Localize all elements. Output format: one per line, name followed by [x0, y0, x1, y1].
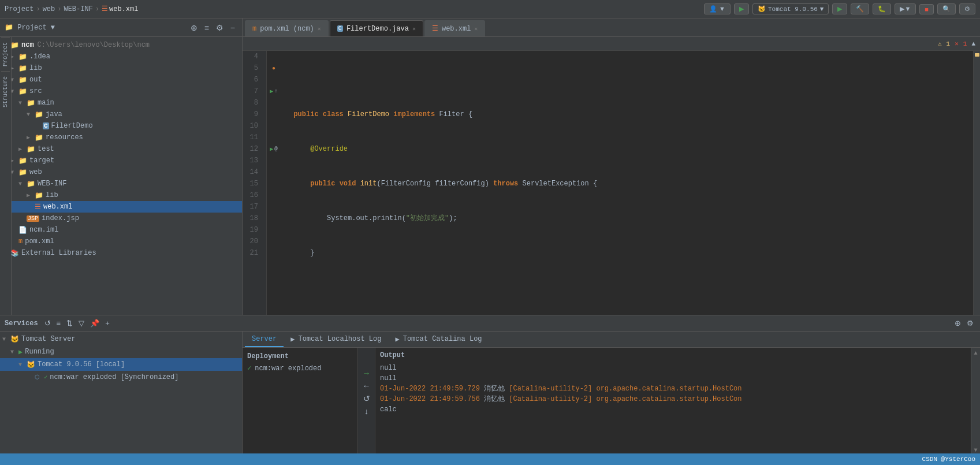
build-button[interactable]: 🔨	[851, 3, 869, 14]
svc-tomcat-instance[interactable]: ▼ 🐱 Tomcat 9.0.56 [local]	[0, 358, 242, 371]
tree-src[interactable]: ▼ 📁 src	[0, 85, 242, 97]
group-button[interactable]: ≡	[55, 318, 63, 328]
tree-ncmiml[interactable]: 📄 ncm.iml	[0, 224, 242, 236]
code-lines[interactable]: public class FilertDemo implements Filte…	[281, 51, 973, 315]
search-button[interactable]: 🔍	[937, 3, 956, 14]
breadcrumb-web[interactable]: web	[43, 5, 55, 13]
tree-java[interactable]: ▼ 📁 java	[0, 109, 242, 120]
sort-button[interactable]: ⇅	[65, 318, 74, 328]
expand-icon[interactable]: ▲	[971, 40, 975, 47]
tomcat-selector[interactable]: 🐱 Tomcat 9.0.56 ▼	[752, 3, 829, 14]
run-button[interactable]: ▶	[832, 3, 847, 14]
tree-resources[interactable]: ▶ 📁 resources	[0, 132, 242, 143]
stop-button[interactable]: ■	[919, 4, 934, 14]
log-line-4: 01-Jun-2022 21:49:59.756 消忆他 [Catalina-u…	[380, 394, 966, 404]
project-tree: ▼ 📁 ncm C:\Users\lenovo\Desktop\ncm ▶ 📁 …	[0, 37, 242, 315]
locate-button[interactable]: ⊕	[188, 22, 200, 34]
label-main: main	[38, 99, 54, 107]
label-src: src	[29, 87, 42, 95]
arrow-tomcat-server: ▼	[2, 336, 10, 343]
tab-webxml[interactable]: ☰ web.xml ✕	[424, 20, 485, 36]
arrow-lib1: ▶	[10, 65, 18, 72]
breadcrumb-ncm[interactable]: Project	[5, 5, 33, 13]
project-label: 📁 Project ▼	[5, 23, 55, 32]
tab-pomxml[interactable]: m pom.xml (ncm) ✕	[245, 20, 329, 36]
svc-running[interactable]: ▼ ▶ Running	[0, 345, 242, 358]
tree-external-libs[interactable]: ▶ 📚 External Libraries	[0, 247, 242, 259]
services-globe-button[interactable]: ⊕	[953, 318, 963, 328]
tree-pomxml[interactable]: m pom.xml	[0, 236, 242, 247]
arrow-down-btn[interactable]: ↓	[364, 407, 368, 416]
warning-icon: ⚠	[938, 40, 942, 47]
tree-filertdemo[interactable]: C FilertDemo	[0, 120, 242, 132]
add-service-button[interactable]: +	[103, 318, 111, 328]
code-area[interactable]: 4 5 6 7 8 9 10 11 12 13 14 15 16 17 18 1…	[243, 51, 980, 315]
tab-filertdemo[interactable]: C FilertDemo.java ✕	[330, 20, 423, 36]
run-gutter-12[interactable]: ▶	[270, 146, 273, 152]
settings-button[interactable]: ⚙	[959, 3, 975, 14]
tree-lib2[interactable]: ▶ 📁 lib	[0, 189, 242, 201]
collapse-button[interactable]: ≡	[202, 22, 211, 34]
svc-ncm-war[interactable]: ⬡ ✓ ncm:war exploded [Synchronized]	[0, 371, 242, 384]
tab-server[interactable]: Server	[245, 332, 284, 347]
pom-tab-close[interactable]: ✕	[318, 25, 321, 32]
iml-icon: 📄	[18, 226, 27, 235]
project-side-tab[interactable]: Project	[1, 37, 10, 71]
label-out: out	[29, 76, 42, 84]
services-tree: ▼ 🐱 Tomcat Server ▼ ▶ Running ▼ 🐱 Tomcat…	[0, 332, 243, 453]
folder-icon-webinf: 📁	[27, 180, 35, 188]
services-gear-button[interactable]: ⚙	[965, 318, 975, 328]
folder-icon-web: 📁	[18, 168, 27, 177]
label-indexjsp: index.jsp	[42, 214, 79, 222]
tree-idea[interactable]: ▶ 📁 .idea	[0, 51, 242, 62]
label-webinf: WEB-INF	[38, 180, 66, 188]
run-green-button[interactable]: ▶	[734, 3, 749, 14]
scroll-up-btn[interactable]: ▲	[974, 350, 977, 356]
deployment-col: Deployment ✓ ncm:war exploded	[243, 348, 358, 453]
arrow-left-btn[interactable]: ←	[363, 381, 371, 390]
gear-button[interactable]: ⚙	[214, 22, 226, 34]
debug-button[interactable]: 🐛	[873, 3, 891, 14]
tree-main[interactable]: ▼ 📁 main	[0, 97, 242, 109]
tree-webxml[interactable]: ☰ web.xml	[0, 201, 242, 213]
pin-button[interactable]: 📌	[88, 318, 101, 328]
java-tab-icon: C	[337, 25, 343, 32]
java-tab-close[interactable]: ✕	[412, 25, 416, 32]
java-tab-label: FilertDemo.java	[346, 25, 409, 33]
svc-tomcat-server[interactable]: ▼ 🐱 Tomcat Server	[0, 333, 242, 345]
minimize-button[interactable]: −	[228, 22, 237, 34]
more-run-button[interactable]: ▶▼	[895, 3, 916, 14]
tree-ncm-root[interactable]: ▼ 📁 ncm C:\Users\lenovo\Desktop\ncm	[0, 39, 242, 51]
scroll-down-btn[interactable]: ▼	[974, 447, 977, 453]
code-line-6: @Override	[285, 143, 968, 155]
output-log[interactable]: Output null null 01-Jun-2022 21:49:59.72…	[375, 348, 971, 453]
tab-tomcat-localhost[interactable]: ▶ Tomcat Localhost Log	[284, 332, 388, 347]
arrow-refresh-btn[interactable]: ↺	[363, 394, 370, 403]
tree-test[interactable]: ▶ 📁 test	[0, 143, 242, 155]
tab-tomcat-catalina[interactable]: ▶ Tomcat Catalina Log	[388, 332, 489, 347]
tree-web[interactable]: ▼ 📁 web	[0, 166, 242, 178]
filter-button[interactable]: ▽	[77, 318, 86, 328]
tree-target[interactable]: ▶ 📁 target	[0, 155, 242, 166]
breakpoint-5[interactable]: ●	[272, 65, 275, 72]
label-ncmiml: ncm.iml	[29, 226, 58, 234]
editor-top-bar: ⚠ 1 ✕ 1 ▲	[243, 37, 980, 51]
code-line-8: System.out.println("初始加完成");	[285, 213, 968, 224]
folder-icon-lib1: 📁	[18, 64, 27, 73]
profile-button[interactable]: 👤 ▼	[704, 3, 731, 14]
top-bar: Project › web › WEB-INF › ☰web.xml 👤 ▼ ▶…	[0, 0, 980, 18]
tree-webinf[interactable]: ▼ 📁 WEB-INF	[0, 178, 242, 189]
tree-lib1[interactable]: ▶ 📁 lib	[0, 62, 242, 74]
tree-indexjsp[interactable]: JSP index.jsp	[0, 213, 242, 224]
breadcrumb-webinf[interactable]: WEB-INF	[64, 5, 92, 13]
arrow-right-btn[interactable]: →	[363, 369, 371, 378]
tomcat-localhost-icon: ▶	[290, 335, 295, 344]
tree-out[interactable]: ▼ 📁 out	[0, 74, 242, 85]
services-title: Services	[5, 319, 38, 328]
xml-tab-close[interactable]: ✕	[474, 25, 478, 32]
structure-side-tab[interactable]: Structure	[1, 71, 10, 112]
run-gutter-7[interactable]: ▶	[270, 88, 273, 95]
refresh-button[interactable]: ↺	[43, 318, 53, 328]
folder-icon-idea: 📁	[18, 53, 27, 61]
ncm-path: C:\Users\lenovo\Desktop\ncm	[38, 41, 150, 49]
